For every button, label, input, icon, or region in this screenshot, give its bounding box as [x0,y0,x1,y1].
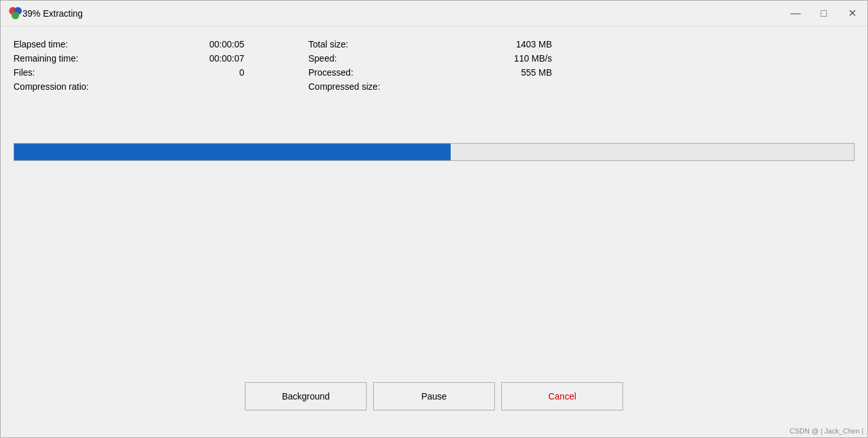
compression-ratio-value [154,81,257,92]
content-area: Elapsed time: 00:00:05 Total size: 1403 … [1,26,867,427]
spacer1 [257,39,308,49]
spacer-flex [13,174,855,376]
stats-grid: Elapsed time: 00:00:05 Total size: 1403 … [13,39,855,92]
processed-value: 555 MB [449,67,552,78]
spacer2 [552,39,629,49]
speed-label: Speed: [308,53,449,63]
progress-bar-container [13,143,855,161]
window-title: 39% Extracting [22,8,788,19]
files-label: Files: [13,67,154,78]
spacer7 [257,81,308,92]
pause-button[interactable]: Pause [373,382,495,410]
spacer5 [257,67,308,78]
compressed-size-label: Compressed size: [308,81,449,92]
spacer8 [552,81,629,92]
minimize-button[interactable]: — [788,6,803,21]
spacer4 [552,53,629,63]
compression-ratio-label: Compression ratio: [13,81,154,92]
total-size-label: Total size: [308,39,449,49]
remaining-time-value: 00:00:07 [154,53,257,63]
progress-area [13,143,855,161]
maximize-button[interactable]: □ [816,6,831,21]
elapsed-time-label: Elapsed time: [13,39,154,49]
cancel-button[interactable]: Cancel [501,382,623,410]
speed-value: 110 MB/s [449,53,552,63]
progress-bar-fill [14,144,451,160]
spacer3 [257,53,308,63]
remaining-time-label: Remaining time: [13,53,154,63]
app-icon [8,6,22,21]
main-window: 39% Extracting — □ ✕ Elapsed time: 00:00… [0,0,868,438]
background-button[interactable]: Background [245,382,367,410]
svg-point-3 [13,9,17,13]
total-size-value: 1403 MB [449,39,552,49]
processed-label: Processed: [308,67,449,78]
title-bar: 39% Extracting — □ ✕ [1,1,867,26]
compressed-size-value [449,81,552,92]
watermark: CSDN @ | Jack_Chen | [1,427,867,437]
buttons-row: Background Pause Cancel [13,376,855,421]
elapsed-time-value: 00:00:05 [154,39,257,49]
files-value: 0 [154,67,257,78]
close-button[interactable]: ✕ [844,6,860,21]
window-controls: — □ ✕ [788,6,860,21]
spacer6 [552,67,629,78]
